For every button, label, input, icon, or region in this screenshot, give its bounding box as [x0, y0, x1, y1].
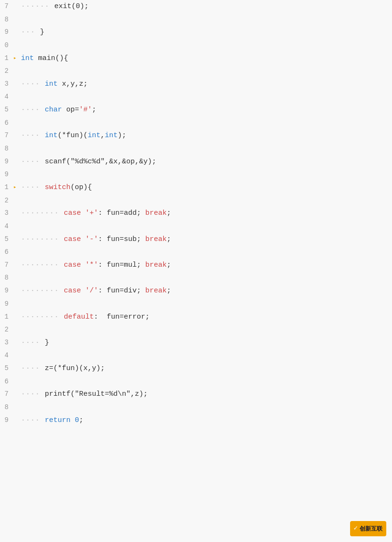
line-code	[20, 194, 392, 207]
table-row: 4	[0, 90, 392, 103]
line-number: 9	[0, 284, 13, 298]
line-number: 7	[0, 0, 13, 13]
line-arrow	[13, 168, 20, 181]
code-token: op=	[62, 106, 79, 114]
line-number: 7	[0, 129, 13, 142]
line-code	[20, 271, 392, 284]
table-row: 0	[0, 39, 392, 52]
line-number: 3	[0, 78, 13, 91]
code-token: : fun=add;	[98, 209, 145, 217]
code-token: case	[64, 209, 81, 217]
line-number: 0	[0, 39, 13, 52]
line-code: ···· return 0;	[20, 414, 392, 427]
line-number: 9	[0, 155, 13, 169]
code-token: int	[21, 54, 34, 62]
line-arrow	[13, 388, 20, 401]
code-token: (*fun)(	[58, 131, 88, 140]
table-row: 4	[0, 220, 392, 233]
code-token: ,	[101, 131, 105, 140]
line-number: 9	[0, 414, 13, 427]
line-code	[20, 13, 392, 26]
line-arrow	[13, 13, 20, 26]
line-number: 8	[0, 401, 13, 414]
indent-dots: ········	[21, 261, 64, 269]
code-token: ;	[92, 106, 96, 114]
code-token: exit(0);	[54, 2, 89, 10]
code-token: : fun=sub;	[98, 235, 145, 243]
indent-dots: ······	[21, 2, 54, 10]
code-token: break	[145, 209, 167, 217]
line-number: 8	[0, 142, 13, 155]
line-code: ···· printf("Result=%d\n",z);	[20, 388, 392, 401]
line-number: 8	[0, 13, 13, 26]
indent-dots: ····	[21, 364, 45, 372]
code-token: return	[45, 416, 70, 424]
code-token: printf("Result=%d\n",z);	[45, 390, 148, 398]
table-row: 1▸···· switch(op){	[0, 181, 392, 194]
code-token: main(){	[34, 54, 68, 62]
line-arrow	[13, 375, 20, 388]
line-code	[20, 90, 392, 103]
code-token: ;	[167, 209, 171, 217]
line-arrow	[13, 233, 20, 246]
line-code: ···· }	[20, 336, 392, 350]
line-code	[20, 298, 392, 311]
line-number: 6	[0, 246, 13, 259]
indent-dots: ····	[21, 131, 45, 140]
line-code	[20, 65, 392, 78]
line-code: int main(){	[20, 52, 392, 65]
table-row: 2	[0, 65, 392, 78]
line-arrow: ▸	[13, 181, 20, 194]
table-row: 7········ case '*': fun=mul; break;	[0, 259, 392, 272]
table-row: 1▸int main(){	[0, 52, 392, 65]
code-token	[70, 416, 75, 424]
line-code	[20, 323, 392, 336]
line-number: 4	[0, 349, 13, 362]
indent-dots: ········	[21, 209, 64, 217]
table-row: 5········ case '-': fun=sub; break;	[0, 233, 392, 246]
code-token: break	[145, 261, 167, 269]
table-row: 5···· z=(*fun)(x,y);	[0, 362, 392, 375]
code-container: 7······ exit(0);89··· }01▸int main(){23·…	[0, 0, 392, 542]
line-code: ········ case '/': fun=div; break;	[20, 284, 392, 298]
code-token: );	[118, 131, 126, 140]
line-number: 3	[0, 336, 13, 350]
line-arrow	[13, 220, 20, 233]
table-row: 8	[0, 271, 392, 284]
line-number: 5	[0, 103, 13, 117]
line-arrow	[13, 259, 20, 272]
table-row: 6	[0, 117, 392, 130]
line-code: ···· scanf("%d%c%d",&x,&op,&y);	[20, 155, 392, 169]
line-number: 9	[0, 298, 13, 311]
line-number: 7	[0, 259, 13, 272]
line-arrow	[13, 142, 20, 155]
indent-dots: ····	[21, 158, 45, 166]
code-token: : fun=mul;	[98, 261, 145, 269]
code-token	[81, 287, 85, 295]
code-token: break	[145, 287, 167, 295]
watermark-text: 创新互联	[360, 524, 382, 533]
line-arrow	[13, 155, 20, 169]
code-token: '-'	[85, 235, 98, 243]
line-arrow	[13, 362, 20, 375]
line-arrow	[13, 103, 20, 117]
code-token: : fun=error;	[94, 313, 150, 321]
indent-dots: ····	[21, 339, 45, 347]
code-token	[81, 209, 85, 217]
code-token	[81, 261, 85, 269]
table-row: 8	[0, 401, 392, 414]
code-token: (op){	[70, 183, 92, 191]
line-arrow	[13, 39, 20, 52]
line-number: 1	[0, 311, 13, 324]
table-row: 3···· int x,y,z;	[0, 78, 392, 91]
line-number: 2	[0, 194, 13, 207]
line-number: 3	[0, 207, 13, 220]
line-arrow	[13, 284, 20, 298]
line-code	[20, 220, 392, 233]
line-code	[20, 117, 392, 130]
indent-dots: ········	[21, 235, 64, 243]
code-token: int	[105, 131, 118, 140]
line-number: 9	[0, 168, 13, 181]
indent-dots: ····	[21, 80, 45, 88]
line-arrow	[13, 271, 20, 284]
